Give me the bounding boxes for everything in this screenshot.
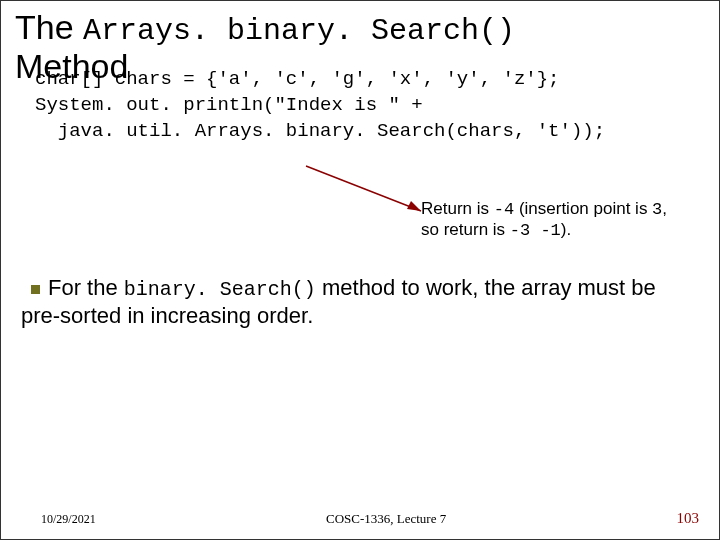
body-paragraph: For the binary. Search() method to work,… (21, 274, 689, 330)
bullet-icon (31, 285, 40, 294)
svg-line-0 (306, 166, 421, 211)
code-line1: char[] chars = {'a', 'c', 'g', 'x', 'y',… (35, 68, 560, 90)
footer-center: COSC-1336, Lecture 7 (326, 511, 446, 527)
footer-date: 10/29/2021 (41, 512, 96, 527)
title-pre: The (15, 8, 83, 46)
code-line2: System. out. println("Index is " + (35, 94, 423, 116)
title-mono: Arrays. binary. Search() (83, 14, 515, 48)
footer-page: 103 (677, 510, 700, 527)
svg-marker-1 (407, 201, 421, 211)
footer: 10/29/2021 COSC-1336, Lecture 7 103 (1, 510, 719, 527)
code-line3: java. util. Arrays. binary. Search(chars… (35, 120, 605, 142)
annotation-text: Return is -4 (insertion point is 3, so r… (421, 199, 681, 242)
arrow-icon (291, 161, 441, 225)
code-block: char[] chars = {'a', 'c', 'g', 'x', 'y',… (35, 67, 719, 144)
